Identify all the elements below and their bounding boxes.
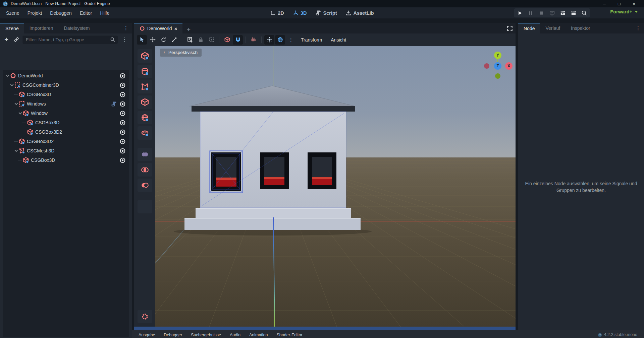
bottom-tab-audio[interactable]: Audio: [230, 331, 240, 337]
select-tool-button[interactable]: [137, 35, 147, 45]
mode-script-button[interactable]: Script: [313, 9, 339, 17]
axis-y-ball[interactable]: Y: [494, 52, 501, 59]
csg-subtract-op-button[interactable]: [138, 179, 152, 192]
tab-importieren[interactable]: Importieren: [24, 23, 59, 33]
minimize-button[interactable]: –: [597, 0, 612, 7]
bottom-tab-debugger[interactable]: Debugger: [164, 331, 182, 337]
list-select-button[interactable]: [185, 35, 195, 45]
visibility-eye-icon[interactable]: [119, 148, 126, 154]
bottom-tab-ausgabe[interactable]: Ausgabe: [139, 331, 155, 337]
stop-button[interactable]: [537, 9, 545, 17]
close-tab-icon[interactable]: ×: [174, 26, 177, 31]
dock-options-icon[interactable]: ⋮: [121, 25, 131, 31]
axis-z-ball[interactable]: Z: [494, 62, 501, 70]
mode-2d-button[interactable]: 2D: [268, 9, 286, 17]
3d-viewport[interactable]: ⋮ Perspektivisch Y Z X: [155, 46, 516, 327]
dock-options-icon[interactable]: ⋮: [633, 25, 643, 31]
play-scene-button[interactable]: [559, 9, 567, 17]
instance-scene-button[interactable]: [12, 35, 21, 44]
chevron-down-icon[interactable]: [13, 101, 19, 107]
movie-maker-button[interactable]: [580, 9, 588, 17]
tree-row[interactable]: CSGBox3D: [3, 155, 129, 165]
tree-row[interactable]: DemoWorld: [3, 71, 129, 80]
scale-tool-button[interactable]: [169, 35, 179, 45]
add-node-button[interactable]: +: [2, 35, 11, 44]
move-tool-button[interactable]: [148, 35, 158, 45]
scene-filter-input[interactable]: [22, 35, 118, 44]
bottom-panel-splitter[interactable]: [134, 327, 516, 330]
transform-menu[interactable]: Transform: [297, 37, 326, 43]
tab-node[interactable]: Node: [518, 23, 540, 33]
tree-row[interactable]: CSGBox3D: [3, 90, 129, 99]
close-button[interactable]: ×: [627, 0, 641, 7]
visibility-eye-icon[interactable]: [119, 157, 126, 163]
visibility-eye-icon[interactable]: [119, 110, 126, 117]
csg-box-tool-button[interactable]: [138, 49, 152, 63]
csg-cylinder-tool-button[interactable]: [138, 65, 152, 78]
tree-row[interactable]: CSGCombiner3D: [3, 80, 129, 90]
group-selected-button[interactable]: [206, 35, 216, 45]
chevron-down-icon[interactable]: [5, 73, 10, 78]
pause-button[interactable]: [527, 9, 535, 17]
bottom-tab-shader-editor[interactable]: Shader-Editor: [277, 331, 303, 337]
menu-editor[interactable]: Editor: [76, 9, 96, 17]
tab-verlauf[interactable]: Verlauf: [540, 23, 566, 33]
play-remote-button[interactable]: [548, 9, 556, 17]
perspective-menu[interactable]: ⋮ Perspektivisch: [160, 49, 202, 57]
visibility-eye-icon[interactable]: [119, 101, 126, 107]
axis-x-ball[interactable]: X: [505, 62, 513, 70]
tree-options-icon[interactable]: ⋮: [119, 37, 130, 43]
tab-szene[interactable]: Szene: [0, 23, 24, 33]
environment-options-icon[interactable]: ⋮: [286, 37, 296, 43]
play-button[interactable]: [516, 9, 524, 17]
visibility-eye-icon[interactable]: [119, 82, 126, 88]
csg-torus-tool-button[interactable]: [138, 126, 152, 140]
bottom-tab-suchergebnisse[interactable]: Suchergebnisse: [191, 331, 221, 337]
tree-row[interactable]: CSGMesh3D: [3, 146, 129, 155]
maximize-button[interactable]: □: [612, 0, 627, 7]
tree-row[interactable]: Window: [3, 109, 129, 118]
attached-script-icon[interactable]: [111, 101, 117, 107]
chevron-down-icon[interactable]: [9, 82, 14, 88]
tree-row[interactable]: Windows: [3, 99, 129, 109]
tab-dateisystem[interactable]: Dateisystem: [59, 23, 95, 33]
csg-union-op-button[interactable]: [138, 148, 152, 161]
local-space-button[interactable]: [222, 35, 232, 45]
lock-selected-button[interactable]: [196, 35, 206, 45]
view-axis-gizmo[interactable]: Y Z X: [483, 50, 513, 80]
bottom-tab-animation[interactable]: Animation: [249, 331, 268, 337]
axis-neg-x-ball[interactable]: [484, 63, 489, 69]
csg-intersect-op-button[interactable]: [138, 163, 152, 177]
new-scene-tab-button[interactable]: +: [182, 26, 195, 33]
visibility-eye-icon[interactable]: [119, 138, 126, 145]
ansicht-menu[interactable]: Ansicht: [327, 37, 350, 43]
csg-sphere-tool-button[interactable]: [138, 111, 152, 124]
mode-3d-button[interactable]: 3D: [291, 9, 309, 17]
expand-viewport-icon[interactable]: [507, 25, 513, 31]
csg-mesh-tool-button[interactable]: [138, 95, 152, 109]
menu-projekt[interactable]: Projekt: [24, 9, 46, 17]
play-custom-scene-button[interactable]: [570, 9, 578, 17]
tree-row[interactable]: CSGBox3D: [3, 118, 129, 127]
visibility-eye-icon[interactable]: [119, 73, 126, 79]
visibility-eye-icon[interactable]: [119, 91, 126, 98]
csg-settings-button[interactable]: [138, 310, 152, 323]
menu-hilfe[interactable]: Hilfe: [97, 9, 113, 17]
csg-polygon-tool-button[interactable]: [138, 80, 152, 93]
tab-inspektor[interactable]: Inspektor: [566, 23, 596, 33]
tree-row[interactable]: CSGBox3D2: [3, 137, 129, 146]
preview-sunlight-button[interactable]: [264, 35, 274, 45]
snap-toggle-button[interactable]: [233, 35, 243, 45]
mode-assetlib-button[interactable]: AssetLib: [343, 9, 376, 17]
scene-tab-demoworld[interactable]: DemoWorld ×: [134, 23, 182, 33]
chevron-down-icon[interactable]: [17, 111, 23, 116]
tree-row[interactable]: CSGBox3D2: [3, 127, 129, 137]
menu-debuggen[interactable]: Debuggen: [47, 9, 75, 17]
chevron-down-icon[interactable]: [13, 148, 19, 153]
menu-szene[interactable]: Szene: [3, 9, 23, 17]
version-info[interactable]: 4.2.2.stable.mono: [598, 331, 637, 337]
renderer-selector[interactable]: Forward+: [610, 9, 638, 14]
axis-neg-y-ball[interactable]: [495, 73, 500, 79]
gizmo-color-button[interactable]: [138, 200, 152, 213]
visibility-eye-icon[interactable]: [119, 129, 126, 135]
